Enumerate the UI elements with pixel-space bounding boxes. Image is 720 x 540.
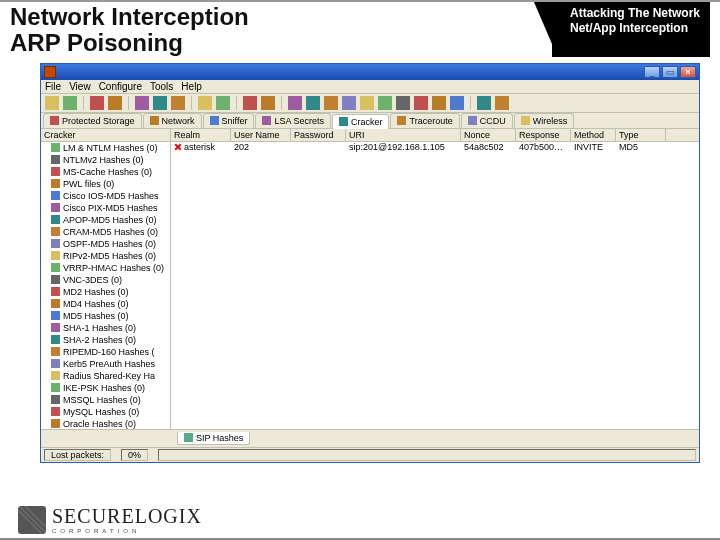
tree-item-label: NTLMv2 Hashes (0) [63,154,144,166]
tree-item[interactable]: Radius Shared-Key Ha [41,370,170,382]
menu-help[interactable]: Help [181,81,202,92]
pie-icon[interactable] [261,96,275,110]
tree-item-label: MD4 Hashes (0) [63,298,129,310]
column-header[interactable]: Realm [171,129,231,141]
tab-network[interactable]: Network [143,113,202,128]
tree-item[interactable]: Cisco IOS-MD5 Hashes [41,190,170,202]
info-icon[interactable] [495,96,509,110]
tree-item[interactable]: SHA-2 Hashes (0) [41,334,170,346]
menu-view[interactable]: View [69,81,91,92]
hex-icon[interactable] [450,96,464,110]
remove-icon[interactable] [216,96,230,110]
tree-item[interactable]: PWL files (0) [41,178,170,190]
titlebar[interactable]: _ ▭ × [41,64,699,80]
lsa-icon [262,116,271,125]
asc-icon[interactable] [432,96,446,110]
tab-sniffer[interactable]: Sniffer [203,113,255,128]
remove-host-icon[interactable] [108,96,122,110]
dump-icon[interactable] [243,96,257,110]
tree-item-label: Cisco PIX-MD5 Hashes [63,202,158,214]
start-sniff-icon[interactable] [153,96,167,110]
tab-cracker[interactable]: Cracker [332,114,390,129]
logo-mark-icon [18,506,46,534]
add-icon[interactable] [198,96,212,110]
tab-ccdu[interactable]: CCDU [461,113,513,128]
tree-item[interactable]: MS-Cache Hashes (0) [41,166,170,178]
column-header[interactable]: URI [346,129,461,141]
tab-protected-storage[interactable]: Protected Storage [43,113,142,128]
crack-icon [339,117,348,126]
tree-item[interactable]: OSPF-MD5 Hashes (0) [41,238,170,250]
tree-item-label: SHA-2 Hashes (0) [63,334,136,346]
tree-item[interactable]: SHA-1 Hashes (0) [41,322,170,334]
cert-icon[interactable] [288,96,302,110]
menu-configure[interactable]: Configure [99,81,142,92]
tree-item[interactable]: CRAM-MD5 Hashes (0) [41,226,170,238]
tab-lsa-secrets[interactable]: LSA Secrets [255,113,331,128]
tab-label: Wireless [533,116,568,126]
abc-icon[interactable] [414,96,428,110]
app-icon [44,66,56,78]
logo-text: SECURELOGIX [52,505,202,528]
tree-item[interactable]: NTLMv2 Hashes (0) [41,154,170,166]
tab-label: Traceroute [409,116,452,126]
column-header[interactable]: Nonce [461,129,516,141]
tab-wireless[interactable]: Wireless [514,113,575,128]
tree-item[interactable]: IKE-PSK Hashes (0) [41,382,170,394]
md5-icon [51,227,60,236]
slide-title-line2: ARP Poisoning [10,29,183,56]
md5-icon [51,215,60,224]
voip-icon[interactable] [360,96,374,110]
sha-icon [51,335,60,344]
menu-file[interactable]: File [45,81,61,92]
cell-type: MD5 [616,142,666,152]
bottom-tab-sip[interactable]: SIP Hashes [177,432,250,445]
status-fill [158,449,696,461]
close-button[interactable]: × [680,66,696,78]
pass-icon[interactable] [324,96,338,110]
tree-header[interactable]: Cracker [41,129,170,142]
tab-label: Sniffer [222,116,248,126]
tree-item[interactable]: VRRP-HMAC Hashes (0) [41,262,170,274]
minimize-button[interactable]: _ [644,66,660,78]
wifi-icon [521,116,530,125]
column-header[interactable]: User Name [231,129,291,141]
menu-tools[interactable]: Tools [150,81,173,92]
rsa-icon[interactable] [396,96,410,110]
wrench-icon[interactable] [477,96,491,110]
tree-item[interactable]: APOP-MD5 Hashes (0) [41,214,170,226]
maximize-button[interactable]: ▭ [662,66,678,78]
tree-item[interactable]: Oracle Hashes (0) [41,418,170,429]
column-header[interactable]: Password [291,129,346,141]
column-header[interactable]: Type [616,129,666,141]
globe-icon[interactable] [306,96,320,110]
tree-item[interactable]: LM & NTLM Hashes (0) [41,142,170,154]
tree-item[interactable]: Cisco PIX-MD5 Hashes [41,202,170,214]
tree-item[interactable]: RIPEMD-160 Hashes ( [41,346,170,358]
md5-icon [51,251,60,260]
box-icon[interactable] [378,96,392,110]
tree-item-label: MS-Cache Hashes (0) [63,166,152,178]
grid-header: RealmUser NamePasswordURINonceResponseMe… [171,129,699,142]
tree-item[interactable]: RIPv2-MD5 Hashes (0) [41,250,170,262]
tree-item[interactable]: Kerb5 PreAuth Hashes [41,358,170,370]
result-grid: RealmUser NamePasswordURINonceResponseMe… [171,129,699,429]
tree-item[interactable]: MD2 Hashes (0) [41,286,170,298]
add-host-icon[interactable] [90,96,104,110]
open-icon[interactable] [45,96,59,110]
ripe-icon [51,347,60,356]
nic-icon[interactable] [135,96,149,110]
tree-item[interactable]: MD5 Hashes (0) [41,310,170,322]
stop-sniff-icon[interactable] [171,96,185,110]
tab-traceroute[interactable]: Traceroute [390,113,459,128]
tab-label: Network [162,116,195,126]
tree-item[interactable]: VNC-3DES (0) [41,274,170,286]
tree-item[interactable]: MSSQL Hashes (0) [41,394,170,406]
column-header[interactable]: Response [516,129,571,141]
tree-item[interactable]: MD4 Hashes (0) [41,298,170,310]
tree-item[interactable]: MySQL Hashes (0) [41,406,170,418]
save-icon[interactable] [63,96,77,110]
wifi-icon[interactable] [342,96,356,110]
table-row[interactable]: asterisk202sip:201@192.168.1.10554a8c502… [171,142,699,152]
column-header[interactable]: Method [571,129,616,141]
